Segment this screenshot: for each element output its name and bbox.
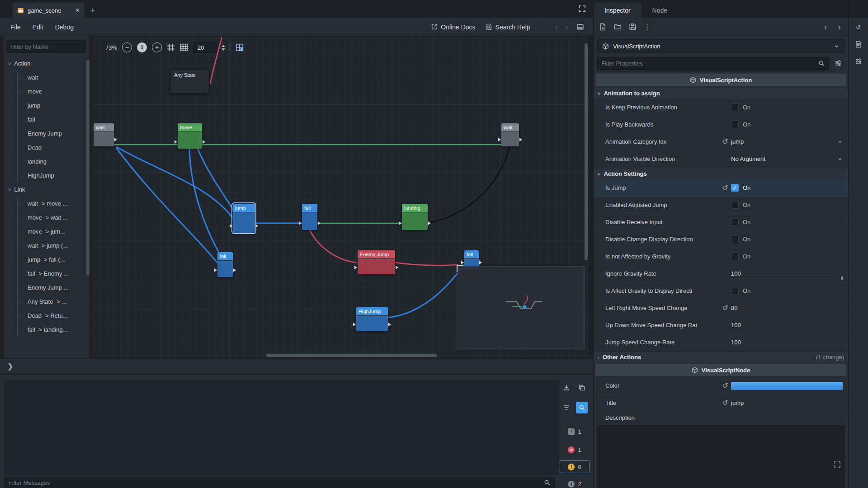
- save-icon[interactable]: [629, 23, 637, 31]
- graph-node-highjump[interactable]: HighJump: [356, 307, 388, 331]
- zoom-out-button[interactable]: −: [122, 42, 132, 52]
- sidebar-item[interactable]: wait: [18, 70, 90, 84]
- sidebar-item[interactable]: HighJump: [18, 169, 90, 183]
- sidebar-item[interactable]: move -> wait ...: [18, 211, 90, 225]
- number-field[interactable]: 100: [731, 334, 848, 351]
- new-resource-icon[interactable]: [599, 23, 607, 31]
- sidebar-scrollbar[interactable]: [86, 60, 90, 276]
- copy-log-icon[interactable]: [576, 382, 588, 394]
- graph-node-wait[interactable]: wait: [94, 123, 114, 146]
- snap-stepper[interactable]: [222, 45, 225, 51]
- snap-distance-field[interactable]: 20: [193, 42, 217, 53]
- message-count-badge[interactable]: ! 1: [560, 425, 590, 438]
- sidebar-item[interactable]: Any State -> ...: [18, 295, 90, 309]
- zoom-reset-button[interactable]: 1: [137, 42, 147, 52]
- load-resource-folder-icon[interactable]: [614, 23, 622, 31]
- sidebar-item[interactable]: Dead -> Retu...: [18, 309, 90, 323]
- checkbox[interactable]: [731, 218, 739, 226]
- menu-debug[interactable]: Debug: [49, 21, 80, 33]
- menu-file[interactable]: File: [5, 21, 27, 33]
- text-field[interactable]: jump: [731, 394, 848, 411]
- sidebar-item[interactable]: Dead: [18, 141, 90, 155]
- panel-layout-icon[interactable]: [576, 23, 584, 31]
- checkbox[interactable]: [731, 235, 739, 243]
- sidebar-group-link[interactable]: ˅ Link: [4, 183, 90, 197]
- tab-node[interactable]: Node: [642, 3, 678, 18]
- graph-node-enemy-jump[interactable]: Enemy Jump: [358, 250, 395, 274]
- search-messages-icon[interactable]: [576, 402, 588, 413]
- sidebar-group-action[interactable]: ˅ Action: [4, 56, 90, 70]
- fullscreen-icon[interactable]: [578, 5, 586, 13]
- snap-toggle-icon[interactable]: [167, 43, 175, 52]
- scene-tab-game-scene[interactable]: game_scene ×: [13, 3, 84, 18]
- revert-icon[interactable]: ↺: [722, 184, 728, 192]
- search-help-button[interactable]: Search Help: [486, 23, 530, 31]
- sidebar-filter-input[interactable]: [10, 43, 82, 50]
- number-field[interactable]: 100: [731, 317, 848, 333]
- sidebar-item[interactable]: move: [18, 84, 90, 99]
- new-tab-button[interactable]: +: [90, 6, 95, 14]
- resource-picker[interactable]: VisualScriptAction: [597, 39, 844, 53]
- subgraph-panel[interactable]: [458, 266, 585, 350]
- checkbox[interactable]: [731, 287, 739, 295]
- category-action-settings[interactable]: ˅ Action Settings: [594, 168, 848, 179]
- checkbox-checked[interactable]: [731, 184, 739, 192]
- number-slider[interactable]: 100: [731, 265, 848, 282]
- slider-grabber[interactable]: [841, 277, 843, 280]
- graph-node-landing[interactable]: landing: [402, 204, 428, 230]
- dropdown[interactable]: jump: [731, 133, 848, 150]
- script-doc-icon[interactable]: [852, 38, 865, 51]
- sidebar-item[interactable]: fall -> landing...: [18, 323, 90, 337]
- extra-options-icon[interactable]: ⋮: [644, 23, 651, 31]
- checkbox[interactable]: [731, 201, 739, 209]
- message-filter-input[interactable]: [9, 479, 544, 486]
- expand-icon[interactable]: [834, 461, 841, 468]
- nav-forward-icon[interactable]: ›: [561, 22, 572, 32]
- menu-edit[interactable]: Edit: [27, 21, 49, 33]
- history-icon[interactable]: ↺: [852, 21, 865, 33]
- revert-icon[interactable]: ↺: [722, 138, 728, 145]
- zoom-in-button[interactable]: +: [152, 42, 162, 52]
- number-field[interactable]: 80: [731, 300, 848, 316]
- tune-sliders-icon[interactable]: [852, 55, 865, 68]
- sidebar-item[interactable]: fall -> Enemy ...: [18, 267, 90, 281]
- graph-node-jump-selected[interactable]: jump: [233, 204, 255, 233]
- revert-icon[interactable]: ↺: [722, 399, 728, 407]
- nav-back-icon[interactable]: ‹: [552, 22, 562, 32]
- sidebar-item[interactable]: jump -> fall (...: [18, 253, 90, 267]
- graph-vertical-scrollbar[interactable]: [585, 43, 588, 260]
- sidebar-item[interactable]: Enemy Jump: [18, 127, 90, 141]
- minimap-toggle-icon[interactable]: [236, 43, 244, 52]
- filter-options-icon[interactable]: [832, 57, 844, 70]
- graph-node-fall-2[interactable]: fall: [217, 252, 233, 277]
- graph-node-fall[interactable]: fall: [302, 204, 317, 230]
- sidebar-item[interactable]: jump: [18, 99, 90, 113]
- dropdown[interactable]: No Argument: [731, 150, 848, 167]
- message-list[interactable]: [5, 380, 559, 474]
- revert-icon[interactable]: ↺: [722, 382, 728, 389]
- category-animation-to-assign[interactable]: ˅ Animation to assign: [594, 87, 848, 99]
- graph-node-move[interactable]: move: [178, 123, 202, 149]
- state-machine-graph[interactable]: 73% − 1 + 20 Any State wait move: [93, 36, 589, 358]
- graph-node-wait-2[interactable]: wait: [501, 123, 519, 146]
- slider-track[interactable]: [731, 278, 843, 278]
- graph-node-any-state[interactable]: Any State: [170, 69, 209, 94]
- color-picker-swatch[interactable]: [731, 382, 843, 390]
- property-filter-input[interactable]: [601, 60, 818, 67]
- panel-expand-arrow[interactable]: ❯: [7, 362, 13, 371]
- online-docs-button[interactable]: Online Docs: [431, 23, 475, 31]
- sidebar-item[interactable]: landing: [18, 155, 90, 169]
- description-textarea[interactable]: [597, 425, 844, 488]
- category-other-actions[interactable]: › Other Actions (1 change): [594, 351, 848, 363]
- checkbox[interactable]: [731, 103, 739, 111]
- error-count-badge[interactable]: × 1: [560, 443, 590, 456]
- history-back-icon[interactable]: ‹: [822, 22, 829, 32]
- sidebar-item[interactable]: wait -> jump (...: [18, 239, 90, 253]
- sidebar-item[interactable]: Enemy Jump ...: [18, 281, 90, 295]
- sidebar-item[interactable]: move -> jum...: [18, 225, 90, 239]
- checkbox[interactable]: [731, 121, 739, 128]
- checkbox[interactable]: [731, 253, 739, 260]
- graph-horizontal-scrollbar[interactable]: [266, 354, 437, 357]
- footer-count-badge[interactable]: i 2: [560, 478, 590, 488]
- sidebar-item[interactable]: wait -> move ...: [18, 197, 90, 211]
